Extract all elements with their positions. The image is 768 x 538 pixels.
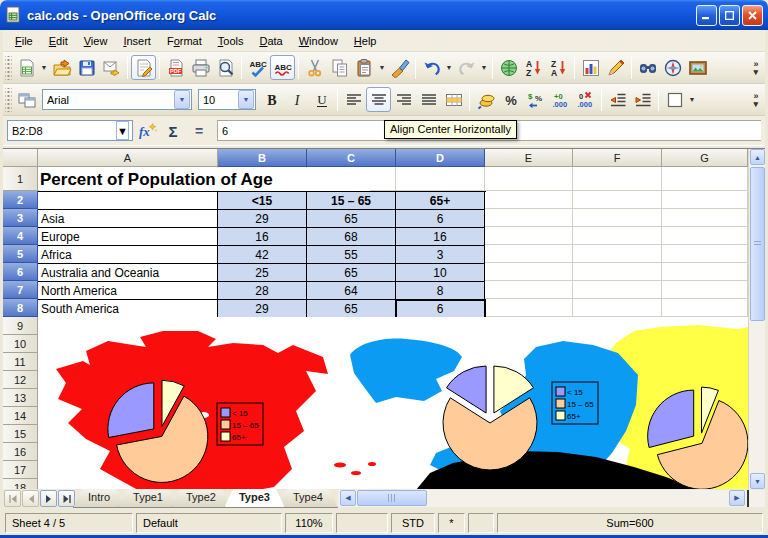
row-header-1[interactable]: 1 xyxy=(3,167,38,191)
column-header-A[interactable]: A xyxy=(38,149,218,167)
split-handle[interactable] xyxy=(747,490,749,507)
draw-functions-button[interactable] xyxy=(603,55,628,80)
select-all-corner[interactable] xyxy=(3,149,38,167)
column-header-C[interactable]: C xyxy=(307,149,396,167)
cell-header-<15[interactable]: <15 xyxy=(218,192,307,210)
formula-button[interactable]: = xyxy=(187,119,211,143)
redo-dropdown-icon[interactable]: ▼ xyxy=(479,55,489,80)
add-decimal-button[interactable]: +0.000 xyxy=(548,87,573,112)
borders-button[interactable] xyxy=(662,87,687,112)
borders-dropdown-icon[interactable]: ▼ xyxy=(687,87,697,112)
status-insert-mode[interactable] xyxy=(336,513,388,533)
maximize-button[interactable] xyxy=(719,5,740,26)
table-row[interactable]: Africa xyxy=(38,246,218,264)
active-cell-D8[interactable] xyxy=(395,299,486,319)
horizontal-scrollbar[interactable]: ◀ ▶ xyxy=(338,490,765,507)
cell-header-65+[interactable]: 65+ xyxy=(396,192,485,210)
undo-dropdown-icon[interactable]: ▼ xyxy=(444,55,454,80)
cell-grid[interactable]: Percent of Population of Age<1515 – 6565… xyxy=(38,167,748,489)
align-left-button[interactable] xyxy=(341,87,366,112)
open-button[interactable] xyxy=(49,55,74,80)
undo-button[interactable] xyxy=(419,55,444,80)
align-right-button[interactable] xyxy=(391,87,416,112)
row-header-14[interactable]: 14 xyxy=(3,407,38,425)
close-button[interactable] xyxy=(742,5,763,26)
row-header-8[interactable]: 8 xyxy=(3,299,38,317)
font-name-dropdown-icon[interactable]: ▼ xyxy=(174,90,190,109)
function-wizard-button[interactable]: fx xyxy=(135,119,159,143)
status-zoom[interactable]: 110% xyxy=(285,513,333,533)
table-row[interactable]: 68 xyxy=(307,228,396,246)
scroll-up-icon[interactable]: ▲ xyxy=(750,149,765,165)
menu-data[interactable]: Data xyxy=(251,32,290,50)
table-row[interactable]: Europe xyxy=(38,228,218,246)
row-header-7[interactable]: 7 xyxy=(3,281,38,299)
table-row[interactable]: 25 xyxy=(218,264,307,282)
table-row[interactable]: 10 xyxy=(396,264,485,282)
column-header-F[interactable]: F xyxy=(573,149,662,167)
row-header-18[interactable]: 18 xyxy=(3,479,38,489)
chart-button[interactable] xyxy=(578,55,603,80)
toolbar-overflow-button[interactable]: »▾ xyxy=(749,60,763,76)
table-row[interactable]: Australia and Oceania xyxy=(38,264,218,282)
table-row[interactable]: 8 xyxy=(396,282,485,300)
menu-format[interactable]: Format xyxy=(159,32,210,50)
sheet-tab-intro[interactable]: Intro xyxy=(73,489,125,508)
export-pdf-button[interactable]: PDF xyxy=(163,55,188,80)
edit-file-button[interactable] xyxy=(131,55,156,80)
font-size-input[interactable] xyxy=(199,91,238,108)
name-box-dropdown[interactable]: ▼ xyxy=(116,121,129,140)
row-header-9[interactable]: 9 xyxy=(3,317,38,335)
save-button[interactable] xyxy=(74,55,99,80)
table-row[interactable]: 65 xyxy=(307,264,396,282)
table-row[interactable]: 3 xyxy=(396,246,485,264)
row-header-17[interactable]: 17 xyxy=(3,461,38,479)
column-header-B[interactable]: B xyxy=(218,149,307,167)
table-row[interactable]: 29 xyxy=(218,210,307,228)
status-page-style[interactable]: Default xyxy=(136,513,282,533)
column-header-G[interactable]: G xyxy=(662,149,748,167)
italic-button[interactable]: I xyxy=(284,87,309,112)
paste-button[interactable] xyxy=(352,55,377,80)
row-header-12[interactable]: 12 xyxy=(3,371,38,389)
table-row[interactable]: North America xyxy=(38,282,218,300)
table-row[interactable]: 16 xyxy=(396,228,485,246)
percent-button[interactable]: % xyxy=(498,87,523,112)
column-header-E[interactable]: E xyxy=(485,149,573,167)
copy-button[interactable] xyxy=(327,55,352,80)
spellcheck-button[interactable]: ABC xyxy=(245,55,270,80)
scroll-right-icon[interactable]: ▶ xyxy=(729,490,745,506)
redo-button[interactable] xyxy=(454,55,479,80)
menu-view[interactable]: View xyxy=(76,32,116,50)
cell-a1-title[interactable]: Percent of Population of Age xyxy=(40,168,370,191)
scroll-down-icon[interactable]: ▼ xyxy=(750,473,765,489)
delete-decimal-button[interactable]: 0.000 xyxy=(573,87,598,112)
gallery-button[interactable] xyxy=(685,55,710,80)
table-row[interactable]: 55 xyxy=(307,246,396,264)
currency-button[interactable] xyxy=(473,87,498,112)
menu-help[interactable]: Help xyxy=(346,32,385,50)
cell-a2[interactable] xyxy=(38,192,218,210)
bold-button[interactable]: B xyxy=(259,87,284,112)
print-button[interactable] xyxy=(188,55,213,80)
font-size-dropdown-icon[interactable]: ▼ xyxy=(238,90,254,109)
email-document-button[interactable] xyxy=(99,55,124,80)
row-header-2[interactable]: 2 xyxy=(3,191,38,209)
menu-tools[interactable]: Tools xyxy=(210,32,252,50)
title-bar[interactable]: calc.ods - OpenOffice.org Calc xyxy=(0,0,768,30)
new-document-dropdown-icon[interactable]: ▼ xyxy=(39,55,49,80)
auto-spellcheck-button[interactable]: ABC xyxy=(270,55,295,80)
row-header-11[interactable]: 11 xyxy=(3,353,38,371)
column-header-D[interactable]: D xyxy=(396,149,485,167)
sheet-tab-type4[interactable]: Type4 xyxy=(278,489,338,508)
page-preview-button[interactable] xyxy=(213,55,238,80)
vertical-scrollbar[interactable]: ▲ ▼ xyxy=(748,149,765,489)
sheet-tab-type3[interactable]: Type3 xyxy=(224,489,285,508)
increase-indent-button[interactable] xyxy=(630,87,655,112)
menu-insert[interactable]: Insert xyxy=(115,32,159,50)
table-row[interactable]: 28 xyxy=(218,282,307,300)
sort-ascending-button[interactable]: AZ xyxy=(521,55,546,80)
underline-button[interactable]: U xyxy=(309,87,334,112)
horizontal-scroll-thumb[interactable] xyxy=(357,490,427,506)
new-document-button[interactable] xyxy=(14,55,39,80)
